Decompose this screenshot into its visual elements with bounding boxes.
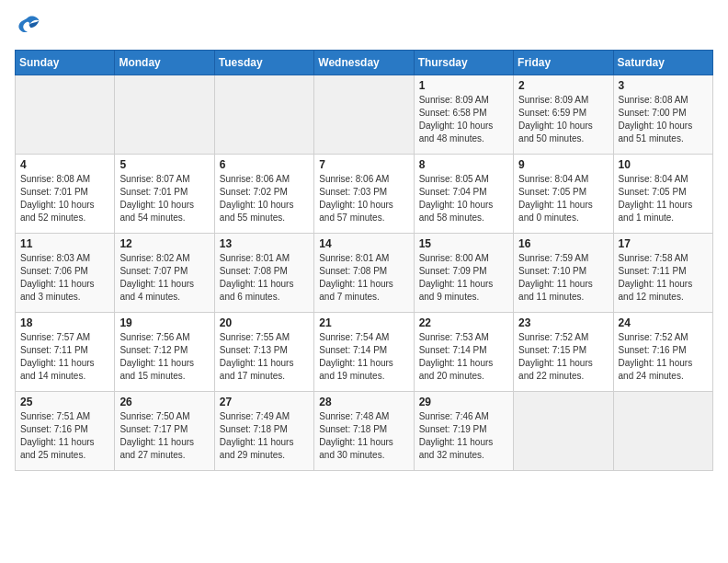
day-of-week-wednesday: Wednesday xyxy=(314,51,414,75)
calendar-week-row: 25Sunrise: 7:51 AM Sunset: 7:16 PM Dayli… xyxy=(16,392,713,471)
calendar-header-row: SundayMondayTuesdayWednesdayThursdayFrid… xyxy=(16,51,713,75)
day-number: 7 xyxy=(319,158,408,171)
calendar-cell: 29Sunrise: 7:46 AM Sunset: 7:19 PM Dayli… xyxy=(414,392,513,471)
calendar-cell: 18Sunrise: 7:57 AM Sunset: 7:11 PM Dayli… xyxy=(16,313,115,392)
day-info: Sunrise: 8:04 AM Sunset: 7:05 PM Dayligh… xyxy=(518,173,608,224)
calendar-cell: 3Sunrise: 8:08 AM Sunset: 7:00 PM Daylig… xyxy=(613,75,712,155)
calendar-cell: 17Sunrise: 7:58 AM Sunset: 7:11 PM Dayli… xyxy=(613,234,712,313)
day-number: 6 xyxy=(220,158,309,171)
day-of-week-friday: Friday xyxy=(514,51,613,75)
calendar-cell: 24Sunrise: 7:52 AM Sunset: 7:16 PM Dayli… xyxy=(613,313,712,392)
calendar-cell xyxy=(16,75,115,155)
calendar-cell: 1Sunrise: 8:09 AM Sunset: 6:58 PM Daylig… xyxy=(414,75,513,155)
day-info: Sunrise: 8:05 AM Sunset: 7:04 PM Dayligh… xyxy=(419,173,508,224)
day-info: Sunrise: 7:56 AM Sunset: 7:12 PM Dayligh… xyxy=(119,331,209,383)
calendar-cell: 21Sunrise: 7:54 AM Sunset: 7:14 PM Dayli… xyxy=(314,313,414,392)
day-number: 8 xyxy=(419,158,508,171)
calendar-cell: 10Sunrise: 8:04 AM Sunset: 7:05 PM Dayli… xyxy=(613,155,712,234)
calendar-cell: 11Sunrise: 8:03 AM Sunset: 7:06 PM Dayli… xyxy=(16,234,115,313)
day-number: 11 xyxy=(20,237,109,250)
calendar-cell: 13Sunrise: 8:01 AM Sunset: 7:08 PM Dayli… xyxy=(214,234,313,313)
calendar-cell: 26Sunrise: 7:50 AM Sunset: 7:17 PM Dayli… xyxy=(115,392,214,471)
calendar-cell: 7Sunrise: 8:06 AM Sunset: 7:03 PM Daylig… xyxy=(314,155,414,234)
day-info: Sunrise: 7:52 AM Sunset: 7:15 PM Dayligh… xyxy=(518,331,608,383)
day-of-week-tuesday: Tuesday xyxy=(214,51,313,75)
day-number: 1 xyxy=(419,79,508,92)
day-number: 17 xyxy=(619,237,708,250)
day-number: 18 xyxy=(20,316,109,329)
day-info: Sunrise: 7:59 AM Sunset: 7:10 PM Dayligh… xyxy=(518,252,608,304)
day-info: Sunrise: 8:02 AM Sunset: 7:07 PM Dayligh… xyxy=(119,252,209,304)
calendar-cell: 28Sunrise: 7:48 AM Sunset: 7:18 PM Dayli… xyxy=(314,392,414,471)
day-info: Sunrise: 7:57 AM Sunset: 7:11 PM Dayligh… xyxy=(20,331,109,383)
day-number: 2 xyxy=(518,79,608,92)
calendar-week-row: 4Sunrise: 8:08 AM Sunset: 7:01 PM Daylig… xyxy=(16,155,713,234)
day-number: 29 xyxy=(419,396,508,408)
day-info: Sunrise: 8:08 AM Sunset: 7:00 PM Dayligh… xyxy=(619,94,708,145)
calendar-cell: 2Sunrise: 8:09 AM Sunset: 6:59 PM Daylig… xyxy=(514,75,613,155)
logo xyxy=(15,15,44,39)
day-of-week-thursday: Thursday xyxy=(414,51,513,75)
calendar-week-row: 1Sunrise: 8:09 AM Sunset: 6:58 PM Daylig… xyxy=(16,75,713,155)
day-info: Sunrise: 8:09 AM Sunset: 6:59 PM Dayligh… xyxy=(518,94,608,145)
day-of-week-sunday: Sunday xyxy=(16,51,115,75)
day-info: Sunrise: 8:01 AM Sunset: 7:08 PM Dayligh… xyxy=(319,252,408,304)
day-number: 27 xyxy=(220,396,309,408)
day-info: Sunrise: 8:01 AM Sunset: 7:08 PM Dayligh… xyxy=(220,252,309,304)
calendar-cell xyxy=(314,75,414,155)
logo-icon xyxy=(15,15,40,39)
calendar-cell: 22Sunrise: 7:53 AM Sunset: 7:14 PM Dayli… xyxy=(414,313,513,392)
calendar-cell: 5Sunrise: 8:07 AM Sunset: 7:01 PM Daylig… xyxy=(115,155,214,234)
day-info: Sunrise: 7:51 AM Sunset: 7:16 PM Dayligh… xyxy=(20,410,109,462)
day-info: Sunrise: 8:09 AM Sunset: 6:58 PM Dayligh… xyxy=(419,94,508,145)
day-info: Sunrise: 8:08 AM Sunset: 7:01 PM Dayligh… xyxy=(20,173,109,224)
calendar-week-row: 18Sunrise: 7:57 AM Sunset: 7:11 PM Dayli… xyxy=(16,313,713,392)
day-info: Sunrise: 7:58 AM Sunset: 7:11 PM Dayligh… xyxy=(619,252,708,304)
calendar-cell xyxy=(115,75,214,155)
day-number: 10 xyxy=(619,158,708,171)
day-number: 5 xyxy=(119,158,209,171)
calendar-cell: 16Sunrise: 7:59 AM Sunset: 7:10 PM Dayli… xyxy=(514,234,613,313)
page-header xyxy=(15,15,713,39)
calendar-cell: 25Sunrise: 7:51 AM Sunset: 7:16 PM Dayli… xyxy=(16,392,115,471)
day-number: 21 xyxy=(319,316,408,329)
calendar-cell: 14Sunrise: 8:01 AM Sunset: 7:08 PM Dayli… xyxy=(314,234,414,313)
day-number: 25 xyxy=(20,396,109,408)
calendar-cell xyxy=(514,392,613,471)
day-info: Sunrise: 8:07 AM Sunset: 7:01 PM Dayligh… xyxy=(119,173,209,224)
day-number: 22 xyxy=(419,316,508,329)
calendar-cell: 20Sunrise: 7:55 AM Sunset: 7:13 PM Dayli… xyxy=(214,313,313,392)
day-info: Sunrise: 8:06 AM Sunset: 7:02 PM Dayligh… xyxy=(220,173,309,224)
calendar-cell: 15Sunrise: 8:00 AM Sunset: 7:09 PM Dayli… xyxy=(414,234,513,313)
day-info: Sunrise: 7:46 AM Sunset: 7:19 PM Dayligh… xyxy=(419,410,508,462)
day-number: 19 xyxy=(119,316,209,329)
day-number: 14 xyxy=(319,237,408,250)
day-number: 15 xyxy=(419,237,508,250)
day-info: Sunrise: 7:49 AM Sunset: 7:18 PM Dayligh… xyxy=(220,410,309,462)
calendar-cell: 6Sunrise: 8:06 AM Sunset: 7:02 PM Daylig… xyxy=(214,155,313,234)
day-of-week-saturday: Saturday xyxy=(613,51,712,75)
day-number: 26 xyxy=(119,396,209,408)
day-number: 24 xyxy=(619,316,708,329)
day-number: 16 xyxy=(518,237,608,250)
calendar-cell xyxy=(214,75,313,155)
day-number: 9 xyxy=(518,158,608,171)
day-info: Sunrise: 7:52 AM Sunset: 7:16 PM Dayligh… xyxy=(619,331,708,383)
calendar-cell: 8Sunrise: 8:05 AM Sunset: 7:04 PM Daylig… xyxy=(414,155,513,234)
calendar-cell: 4Sunrise: 8:08 AM Sunset: 7:01 PM Daylig… xyxy=(16,155,115,234)
calendar-week-row: 11Sunrise: 8:03 AM Sunset: 7:06 PM Dayli… xyxy=(16,234,713,313)
day-info: Sunrise: 7:54 AM Sunset: 7:14 PM Dayligh… xyxy=(319,331,408,383)
calendar-table: SundayMondayTuesdayWednesdayThursdayFrid… xyxy=(15,50,713,471)
day-number: 28 xyxy=(319,396,408,408)
calendar-cell: 9Sunrise: 8:04 AM Sunset: 7:05 PM Daylig… xyxy=(514,155,613,234)
calendar-cell xyxy=(613,392,712,471)
day-number: 23 xyxy=(518,316,608,329)
day-info: Sunrise: 7:50 AM Sunset: 7:17 PM Dayligh… xyxy=(119,410,209,462)
day-info: Sunrise: 8:04 AM Sunset: 7:05 PM Dayligh… xyxy=(619,173,708,224)
day-info: Sunrise: 7:53 AM Sunset: 7:14 PM Dayligh… xyxy=(419,331,508,383)
day-number: 12 xyxy=(119,237,209,250)
day-number: 13 xyxy=(220,237,309,250)
calendar-cell: 27Sunrise: 7:49 AM Sunset: 7:18 PM Dayli… xyxy=(214,392,313,471)
day-info: Sunrise: 8:03 AM Sunset: 7:06 PM Dayligh… xyxy=(20,252,109,304)
day-info: Sunrise: 8:06 AM Sunset: 7:03 PM Dayligh… xyxy=(319,173,408,224)
